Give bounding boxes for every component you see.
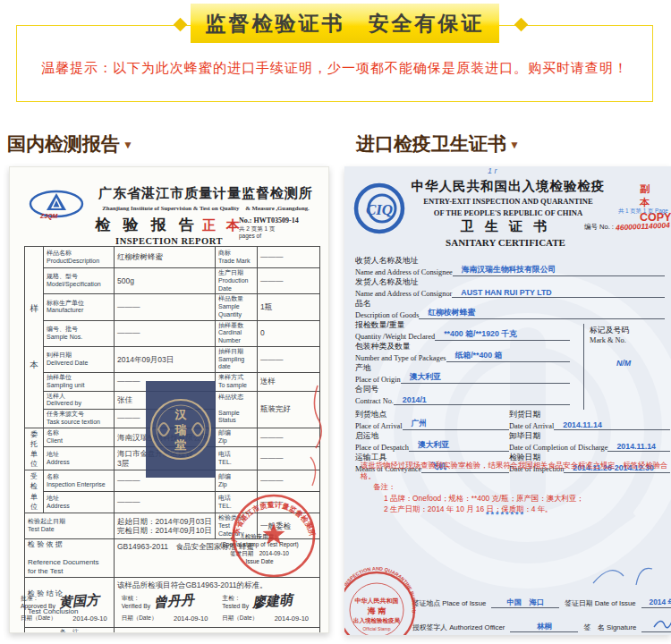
certificate-number: 编号 No. : 4600001140004 — [584, 222, 670, 232]
institute-name-cn: 广东省湛江市质量计量监督检测所 — [89, 185, 323, 202]
field-label: 名称 Inspection Enterprise — [44, 470, 115, 492]
ciq-org-name: 中华人民共和国出入境检验检疫 ENTRY-EXIT INSPECTION AND… — [411, 178, 606, 218]
officer-signature — [641, 617, 671, 632]
field-label: 电话 TEL. — [216, 447, 258, 470]
sample-side-label: 样 本 — [25, 247, 44, 428]
field-label: 送样人 Delivered by — [44, 391, 115, 410]
field-label: 地址 Address — [44, 492, 115, 513]
hanruitang-watermark: 汉 瑞 堂 — [146, 381, 216, 478]
section-title-domestic[interactable]: 国内检测报告▼ — [7, 131, 133, 157]
certificate-number-value: 4600001140004 — [616, 220, 670, 232]
field-value: ——— — [115, 294, 216, 320]
ciq-round-stamp: ENTRY-EXIT INSPECTION AND QUARANTINE BUR… — [344, 567, 420, 635]
date-value: 2014-09-10 — [275, 614, 309, 623]
field-label: 备 注 Remark — [25, 628, 115, 633]
field-label: 邮编 Zip — [216, 470, 258, 492]
issue-place-label: 签证地点 Place of Issue — [412, 598, 486, 608]
signature-role: 批准： Approved By — [21, 594, 55, 609]
certificate-number-label: 编号 No. : — [584, 223, 614, 231]
field-goods: 品名 Description of Goods红柳桉树蜂蜜 — [355, 299, 665, 319]
field-label-cn: 到货日期 — [509, 410, 670, 419]
inspection-result-text: 该批货物经过现场查验和实验室检验，结果符合我国相关食品安全标准之规定，标签经检验… — [361, 460, 668, 514]
result-line: 1 品牌：Onefood；规格：**400 克/瓶；原产国：澳大利亚； — [361, 493, 668, 504]
domestic-inspection-report: ZJQM 广东省湛江市质量计量监督检测所 Zhanjiang Institute… — [9, 166, 329, 633]
signature-squiggle-icon — [652, 617, 671, 630]
field-label: 抽样日期 Sampling date — [216, 346, 258, 372]
field-label-en: Place of Origin — [355, 376, 401, 384]
field-label: 名称 Client — [44, 428, 115, 447]
original-copy-mark: 正 本 — [202, 218, 243, 233]
signature-label: 签 名 Signature — [583, 623, 636, 632]
field-label: 标称生产单位 Manufacturer — [44, 294, 115, 320]
ciq-org-en1: ENTRY-EXIT INSPECTION AND QUARANTINE — [411, 197, 606, 207]
field-value: ——— — [258, 268, 320, 294]
report-pages: 共 2 页第 1 页 pages of — [239, 225, 325, 241]
field-value: 2014.11.14 — [554, 420, 670, 430]
ciq-org-en2: OF THE PEOPLE'S REPUBLIC OF CHINA — [411, 208, 606, 218]
field-label-en: Name and Address of Consignor — [355, 290, 452, 298]
signature-role: 主检： Tested By — [222, 594, 249, 609]
field-value: 0 — [258, 320, 320, 346]
field-value: 澳大利亚 — [401, 372, 570, 384]
mark-value: N/M — [616, 359, 671, 368]
field-value: ——— — [258, 247, 320, 268]
ciq-logo-text: CIQ — [366, 201, 393, 218]
field-label-en: Date of Completion of Discharge — [509, 444, 607, 452]
field-label-en: Description of Goods — [355, 311, 419, 319]
field-consignee: 收货人名称及地址 Name and Address of Consignee海南… — [355, 256, 665, 276]
field-value: ——— — [258, 346, 320, 372]
signature-name: 曾丹丹 — [154, 592, 195, 612]
signature-verified: 审核： Verified By曾丹丹 日期（Date）2014-09-10 — [122, 593, 223, 623]
field-label-cn: 发货人名称及地址 — [355, 277, 665, 287]
field-consignor: 发货人名称及地址 Name and Address of ConsignorAU… — [355, 277, 665, 298]
institute-name: 广东省湛江市质量计量监督检测所 Zhanjiang Institute of S… — [89, 185, 323, 213]
officer-value: 林桐 — [510, 622, 578, 632]
field-label-en: Place of Despatch — [355, 444, 409, 452]
field-label-en: Place of Arrival — [355, 422, 403, 430]
field-label: 规格、型号 Model/Specification — [44, 268, 115, 294]
field-label-cn: 卸毕日期 — [509, 431, 670, 441]
field-contract: 合同号 Contract No.2014/1 — [355, 385, 570, 405]
field-value: 红柳桉树蜂蜜 — [115, 247, 216, 268]
field-label: 编号、批号 Sample Nos. — [44, 320, 115, 346]
field-label: 地址 Address — [44, 447, 115, 470]
signature-tested: 主检： Tested By廖建萌 日期（Date）2014-09-10 — [222, 593, 323, 623]
signature-name: 廖建萌 — [252, 592, 293, 612]
field-label-en: Quantity /Weight Declared — [355, 333, 435, 341]
section-title-import[interactable]: 进口检疫卫生证书▼ — [356, 131, 520, 157]
page: 温馨提示：以下为此次蜂蜜的进口手续证明，少一项都不能确保是原装进口。购买时请查明… — [0, 0, 671, 644]
issue-date-label: 签证日期 Date of Issue — [565, 598, 635, 608]
field-date-of-arrival: 到货日期 Date of Arrival2014.11.14 — [509, 410, 670, 430]
certificate-title-en: SANITARY CERTIFICATE — [344, 237, 667, 248]
field-label: 样品名称 ProductDescription — [44, 247, 115, 268]
issue-place-value: 中国 海口 — [491, 597, 559, 608]
field-label: 抽样基数 Cardinal Number — [216, 320, 258, 346]
test-report-stamp: 广东省湛江市质量计量监督检测所 — [225, 491, 323, 584]
result-line: 该批货物经过现场查验和实验室检验，结果符合我国相关食品安全标准之规定，标签经检验… — [361, 460, 668, 481]
date-value: 2014-09-10 — [72, 614, 106, 623]
report-number-block: No.: HWT03509-14 共 2 页第 1 页 pages of — [239, 216, 325, 241]
mark-label-en: Mark & No. — [590, 336, 671, 344]
date-value: 2014-09-10 — [174, 614, 208, 623]
certificate-footer: 签证地点 Place of Issue 中国 海口 签证日期 Date of I… — [412, 597, 671, 635]
field-label-cn: 合同号 — [355, 385, 570, 394]
field-value: 1瓶 — [258, 294, 320, 320]
watermark-char: 堂 — [174, 438, 187, 452]
stamp-caption: Official Stamp — [362, 626, 390, 631]
field-label-en: Date of Arrival — [509, 422, 554, 430]
stamp-cn2: 海 南 — [367, 606, 386, 615]
client-side-label: 委托 单位 — [25, 428, 44, 470]
officer-row: 授权签字人 Authorized Officer 林桐 签 名 Signatur… — [412, 617, 671, 632]
field-value: ——— — [115, 628, 320, 633]
stamp-cn3: 出入境检验检疫局 — [353, 617, 401, 624]
chevron-down-icon: ▼ — [123, 139, 133, 151]
field-label: 检验起止日期 Test Date — [25, 513, 115, 539]
field-label: 抽样单位 Sampling unit — [44, 373, 115, 392]
ciq-org-cn: 中华人民共和国出入境检验检疫 — [411, 178, 606, 195]
chevron-down-icon: ▼ — [509, 139, 520, 151]
field-value: ——— — [115, 492, 216, 513]
field-value: **400 箱/**1920 千克 — [435, 329, 570, 341]
field-value: 2014.11.14 — [607, 442, 670, 452]
field-label: 商标 Trade Mark — [216, 247, 258, 268]
field-value: 海南汉瑞生物科技有限公司 — [453, 265, 665, 276]
